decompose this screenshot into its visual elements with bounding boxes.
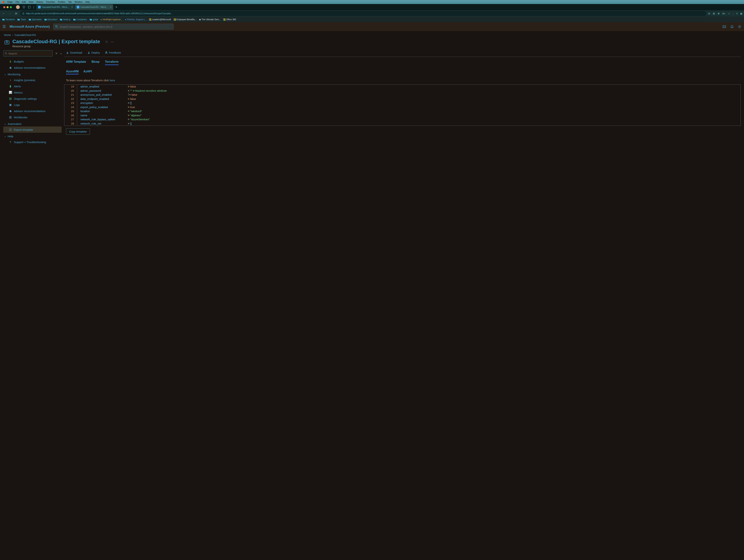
deploy-button[interactable]: Deploy [87, 51, 100, 54]
menu-item[interactable]: View [29, 1, 33, 3]
new-tab-button[interactable]: + [114, 5, 119, 9]
copy-template-button[interactable]: Copy template [66, 128, 90, 135]
menu-item[interactable]: Help [85, 1, 90, 3]
tab-bicep[interactable]: Bicep [91, 60, 100, 65]
bookmark-folder[interactable]: guitar [89, 18, 99, 21]
bookmark-folder[interactable]: Team [16, 18, 27, 21]
hint-link[interactable]: here [110, 79, 115, 82]
sidebar-item-export-template[interactable]: ◫Export template [3, 126, 62, 133]
code-editor[interactable]: 19admin_enabled = false20admin_password … [64, 84, 741, 126]
resource-group-icon [4, 39, 10, 45]
toolbar: Download Deploy Feedback [64, 50, 741, 57]
hint-text: To learn more about Terraform click here [64, 74, 741, 84]
zoom-icon[interactable]: ⊕ [717, 12, 720, 15]
workspaces-icon[interactable] [23, 6, 25, 8]
chevron-down-icon: ⌄ [4, 134, 6, 138]
sidebar-item-diagnostic[interactable]: ▤Diagnostic settings [3, 95, 62, 102]
sidebar-item-workbooks[interactable]: ▧Workbooks [3, 114, 62, 120]
subtab-azurerm[interactable]: AzureRM [66, 70, 79, 74]
sidebar-item-logs[interactable]: ▣Logs [3, 102, 62, 108]
browser-tab[interactable]: CascadeCloud-RG - Microsoft A × [36, 4, 75, 10]
menu-item[interactable]: Edit [22, 1, 26, 3]
menu-item[interactable]: Profiles [58, 1, 65, 3]
menu-item[interactable]: Window [75, 1, 82, 3]
vpn-icon[interactable]: V [736, 12, 738, 15]
search-icon [55, 25, 58, 28]
collapse-icon[interactable]: « [60, 52, 62, 55]
breadcrumb-current[interactable]: CascadeCloud-RG [14, 34, 36, 36]
sidebar-section-help[interactable]: ⌄ Help [3, 133, 62, 139]
bookmark[interactable]: ▸ HireRight Applican... [100, 18, 123, 21]
portal-title[interactable]: Microsoft Azure (Preview) [9, 25, 49, 29]
bookmark[interactable]: ◆ The Ultimate Serv... [198, 18, 221, 21]
collections-icon[interactable]: ⊞ [713, 12, 715, 15]
close-window-icon[interactable] [3, 6, 5, 8]
copilot-icon[interactable]: ◐ [740, 12, 743, 15]
template-tabs: ARM Template Bicep Terraform [64, 57, 741, 65]
breadcrumb-home[interactable]: Home [4, 34, 11, 36]
bookmark-folder[interactable]: Containers [72, 18, 88, 21]
metrics-icon: 📊 [9, 91, 12, 94]
bookmark-folder[interactable]: Education [44, 18, 58, 21]
close-tab-icon[interactable]: × [110, 6, 111, 8]
sidebar-item-advisor[interactable]: ◉ Advisor recommendations [3, 65, 62, 71]
sidebar-item-alerts[interactable]: ▮Alerts [3, 83, 62, 89]
translate-icon[interactable]: ⇄ [708, 12, 710, 15]
sidebar-section-automation[interactable]: ⌄ Automation [3, 120, 62, 126]
minimize-window-icon[interactable] [7, 6, 8, 8]
feedback-icon [105, 51, 108, 54]
back-button[interactable]: ← [1, 12, 6, 15]
diagnostic-icon: ▤ [9, 97, 12, 100]
subtab-azapi[interactable]: AzAPI [83, 70, 92, 74]
bookmark[interactable]: Office 365 [222, 18, 237, 21]
refresh-button[interactable]: ⟳ [14, 12, 18, 15]
feedback-button[interactable]: Feedback [105, 51, 121, 54]
hamburger-icon[interactable]: ☰ [3, 25, 6, 29]
sidebar-item-advisor2[interactable]: ◉Advisor recommendations [3, 108, 62, 114]
menu-item[interactable]: Edge [7, 1, 12, 3]
sidebar-item-support[interactable]: ?Support + Troubleshooting [3, 139, 62, 145]
menu-item[interactable]: File [15, 1, 19, 3]
notifications-icon[interactable] [730, 25, 734, 29]
apple-icon[interactable]: 🍎 [2, 1, 5, 3]
profile-avatar-icon[interactable] [16, 5, 20, 9]
sidebar-item-budgets[interactable]: $ Budgets [3, 58, 62, 65]
sidebar-search[interactable] [3, 50, 53, 56]
read-aloud-icon[interactable]: A» [722, 12, 726, 15]
tab-arm[interactable]: ARM Template [66, 60, 86, 65]
bookmark-folder[interactable]: Terraform [1, 18, 15, 21]
menu-item[interactable]: Tab [68, 1, 72, 3]
sidebar-section-monitoring[interactable]: ⌄ Monitoring [3, 71, 62, 77]
sidebar-search-input[interactable] [8, 52, 51, 55]
sidebar-icon[interactable] [28, 6, 31, 8]
pin-icon[interactable]: ☆ [105, 40, 108, 44]
close-icon[interactable]: ✕ [55, 52, 58, 55]
tab-terraform[interactable]: Terraform [105, 60, 118, 65]
forward-button[interactable]: → [8, 12, 12, 15]
bookmark[interactable]: ● Policies: Support |... [124, 18, 147, 21]
menu-item[interactable]: Favorites [46, 1, 55, 3]
window-controls[interactable] [1, 6, 14, 8]
svg-point-3 [55, 26, 57, 27]
menu-item[interactable]: History [36, 1, 43, 3]
bookmark[interactable]: Leaders@Microsoft [148, 18, 172, 21]
maximize-window-icon[interactable] [10, 6, 12, 8]
address-bar[interactable]: https://rc.portal.azure.com/#@microsoft.… [20, 11, 706, 16]
bookmarks-bar: Terraform Team Spinnaker Education Node.… [0, 17, 744, 22]
bookmark-folder[interactable]: Node.js [59, 18, 71, 21]
bookmark-folder[interactable]: Spinnaker [28, 18, 42, 21]
favorite-icon[interactable]: ☆ [728, 12, 730, 15]
close-tab-icon[interactable]: × [72, 6, 73, 8]
portal-search-input[interactable] [60, 25, 172, 28]
download-button[interactable]: Download [66, 51, 82, 54]
sidebar-item-metrics[interactable]: 📊Metrics [3, 89, 62, 95]
provider-tabs: AzureRM AzAPI [64, 65, 741, 74]
search-icon [5, 52, 7, 55]
portal-search[interactable] [53, 24, 174, 30]
cloud-shell-icon[interactable] [722, 25, 726, 29]
browser-tab[interactable]: CascadeCloud-RG - Microsoft A × [75, 4, 113, 10]
more-icon[interactable]: ⋯ [111, 40, 114, 44]
settings-icon[interactable] [738, 25, 741, 29]
sidebar-item-insights[interactable]: ♀Insights (preview) [3, 77, 62, 83]
bookmark[interactable]: Employee Benefits... [173, 18, 197, 21]
